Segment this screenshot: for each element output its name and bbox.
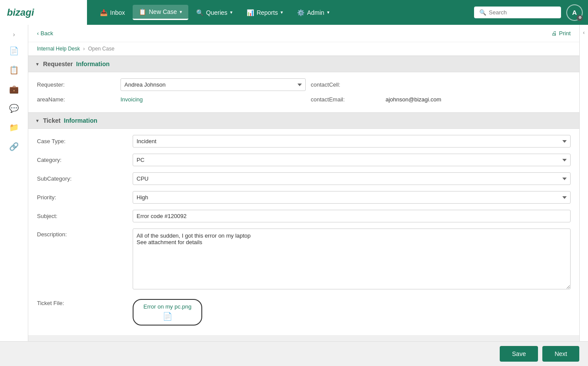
reports-dropdown-icon: ▾: [281, 10, 283, 15]
sidebar-icon-briefcase[interactable]: 💼: [5, 81, 23, 98]
ticket-file-label: Ticket File:: [37, 295, 124, 306]
case-type-label: Case Type:: [37, 138, 124, 144]
priority-select[interactable]: High Medium Low: [133, 191, 571, 204]
priority-label: Priority:: [37, 194, 124, 201]
ticket-form: Case Type: Incident Service Request Prob…: [28, 129, 579, 335]
breadcrumb-separator: ›: [83, 46, 85, 52]
queries-icon: 🔍: [196, 9, 204, 16]
area-name-value: Invoicing: [120, 96, 306, 103]
print-label: Print: [559, 30, 571, 37]
breadcrumb: Internal Help Desk › Open Case: [28, 42, 579, 56]
breadcrumb-current: Open Case: [88, 46, 114, 52]
inbox-icon: 📥: [100, 9, 107, 16]
nav-item-inbox[interactable]: 📥 Inbox: [94, 6, 131, 20]
content-area: ‹ Back 🖨 Print Internal Help Desk › Open…: [28, 25, 579, 341]
nav-label-new-case: New Case: [149, 8, 177, 15]
sidebar-toggle[interactable]: ›: [8, 28, 20, 40]
area-name-label: areaName:: [37, 96, 115, 103]
collapse-icon-requester: ▼: [35, 62, 40, 67]
main-layout: › 📄 📋 💼 💬 📁 🔗 ‹ Back 🖨 Print: [0, 25, 588, 341]
requester-label: Requester:: [37, 81, 115, 88]
sidebar-icon-document[interactable]: 📄: [5, 42, 23, 60]
back-chevron-icon: ‹: [37, 30, 39, 37]
case-type-select[interactable]: Incident Service Request Problem: [133, 135, 571, 148]
file-name: Error on my pc.png: [144, 303, 192, 310]
left-sidebar: › 📄 📋 💼 💬 📁 🔗: [0, 25, 28, 341]
category-label: Category:: [37, 157, 124, 163]
nav-label-queries: Queries: [206, 9, 227, 16]
avatar-initial: A: [572, 9, 577, 16]
printer-icon: 🖨: [551, 30, 557, 37]
requester-form: Requester: Andrea Johnson contactCell: a…: [28, 72, 579, 109]
sidebar-icon-chat[interactable]: 💬: [5, 100, 23, 117]
subject-input[interactable]: [133, 210, 571, 222]
nav-item-reports[interactable]: 📊 Reports ▾: [241, 6, 289, 20]
nav-item-new-case[interactable]: 📋 New Case ▾: [133, 5, 188, 20]
form-container: ‹ Back 🖨 Print Internal Help Desk › Open…: [28, 25, 579, 335]
save-button[interactable]: Save: [500, 346, 538, 362]
form-header-bar: ‹ Back 🖨 Print: [28, 25, 579, 42]
subcategory-select[interactable]: CPU Memory Hard Drive: [133, 172, 571, 185]
subcategory-label: SubCategory:: [37, 175, 124, 182]
category-select[interactable]: PC Software Network: [133, 154, 571, 166]
search-input[interactable]: [489, 9, 556, 16]
print-button[interactable]: 🖨 Print: [551, 30, 571, 37]
search-icon: 🔍: [479, 9, 486, 16]
logo-area: bizagi: [0, 0, 87, 25]
requester-section-header[interactable]: ▼ Requester Information: [28, 56, 579, 72]
next-button[interactable]: Next: [542, 346, 579, 362]
nav-item-admin[interactable]: ⚙️ Admin ▾: [291, 6, 336, 20]
gear-icon: ⚙: [577, 15, 583, 21]
contact-cell-label: contactCell:: [311, 81, 381, 88]
back-label: Back: [40, 30, 53, 37]
breadcrumb-parent[interactable]: Internal Help Desk: [37, 46, 80, 52]
top-navigation: bizagi 📥 Inbox 📋 New Case ▾ 🔍 Queries ▾ …: [0, 0, 588, 25]
back-button[interactable]: ‹ Back: [37, 30, 53, 37]
nav-label-reports: Reports: [257, 9, 278, 16]
collapse-icon-ticket: ▼: [35, 118, 40, 123]
contact-email-value: ajohnson@bizagi.com: [386, 96, 571, 103]
nav-label-admin: Admin: [307, 9, 324, 16]
right-sidebar-toggle[interactable]: ‹: [579, 25, 588, 341]
sidebar-icon-folder[interactable]: 📁: [5, 119, 23, 136]
file-document-icon: 📄: [163, 312, 172, 321]
nav-items: 📥 Inbox 📋 New Case ▾ 🔍 Queries ▾ 📊 Repor…: [87, 5, 474, 20]
description-textarea[interactable]: All of the sudden, I got this error on m…: [133, 228, 571, 289]
requester-section-title: Requester Information: [43, 60, 110, 67]
bottom-bar: Save Next: [0, 341, 588, 366]
description-label: Description:: [37, 228, 124, 238]
contact-email-label: contactEmail:: [311, 96, 381, 103]
admin-icon: ⚙️: [297, 9, 304, 16]
new-case-icon: 📋: [139, 8, 146, 15]
ticket-section-title: Ticket Information: [43, 117, 97, 124]
sidebar-icon-list[interactable]: 📋: [5, 61, 23, 79]
admin-dropdown-icon: ▾: [327, 10, 330, 15]
requester-select-wrapper[interactable]: Andrea Johnson: [120, 78, 306, 91]
ticket-section-header[interactable]: ▼ Ticket Information: [28, 112, 579, 129]
file-attachment[interactable]: Error on my pc.png 📄: [133, 299, 202, 326]
ticket-file-area: Error on my pc.png 📄: [133, 295, 571, 329]
user-avatar[interactable]: A ⚙: [566, 4, 583, 21]
subject-label: Subject:: [37, 213, 124, 219]
sidebar-icon-connect[interactable]: 🔗: [5, 138, 23, 155]
nav-item-queries[interactable]: 🔍 Queries ▾: [190, 6, 239, 20]
search-bar[interactable]: 🔍: [474, 7, 561, 18]
nav-label-inbox: Inbox: [110, 9, 125, 16]
requester-select[interactable]: Andrea Johnson: [120, 78, 306, 91]
logo: bizagi: [7, 7, 34, 18]
reports-icon: 📊: [247, 9, 254, 16]
queries-dropdown-icon: ▾: [230, 10, 233, 15]
new-case-dropdown-icon: ▾: [180, 9, 182, 15]
